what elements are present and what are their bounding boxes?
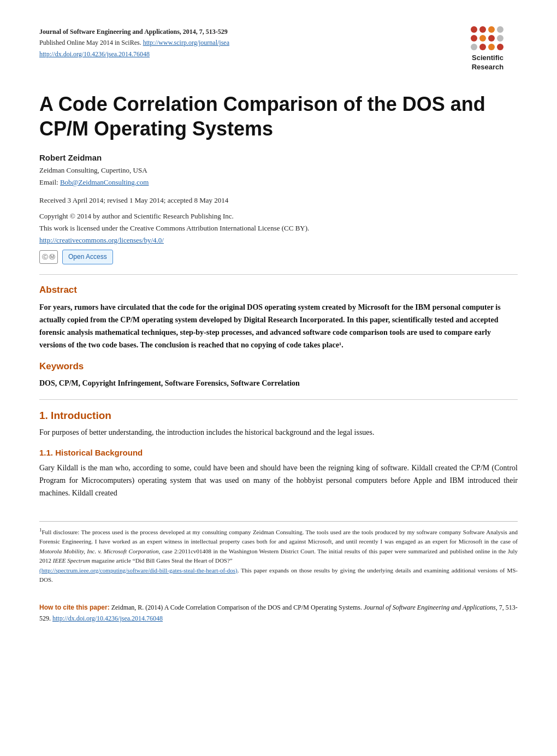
introduction-title: 1. Introduction: [39, 410, 518, 422]
footnote-divider: [39, 521, 518, 522]
journal-info: Journal of Software Engineering and Appl…: [39, 26, 229, 60]
paper-title-section: A Code Correlation Comparison of the DOS…: [39, 92, 518, 141]
abstract-title: Abstract: [39, 285, 518, 296]
logo-dot: [488, 35, 495, 42]
cite-label: How to cite this paper:: [39, 604, 110, 611]
publisher-name: Scientific Research: [472, 54, 504, 72]
logo-dot: [488, 44, 495, 50]
journal-link1[interactable]: http://www.scirp.org/journal/jsea: [143, 39, 229, 46]
logo-dots-grid: [471, 26, 505, 51]
logo-dot: [479, 26, 486, 33]
cite-italic: Journal of Software Engineering and Appl…: [364, 604, 496, 611]
introduction-section: 1. Introduction For purposes of better u…: [39, 410, 518, 439]
footnote-italic1: Motorola Mobility, Inc. v. Microsoft Cor…: [39, 548, 159, 554]
logo-dot: [479, 44, 486, 50]
author-affiliation: Zeidman Consulting, Cupertino, USA Email…: [39, 164, 518, 188]
copyright-line2: This work is licensed under the Creative…: [39, 222, 518, 234]
keywords-title: Keywords: [39, 361, 518, 372]
section-divider: [39, 274, 518, 275]
footnote-text: 1Full disclosure: The process used is th…: [39, 526, 518, 585]
logo-dot: [471, 35, 477, 42]
journal-citation-line: Journal of Software Engineering and Appl…: [39, 26, 229, 37]
logo-dot: [497, 35, 503, 42]
copyright-link: http://creativecommons.org/licenses/by/4…: [39, 234, 518, 246]
cite-section: How to cite this paper: Zeidman, R. (201…: [39, 598, 518, 624]
paper-title: A Code Correlation Comparison of the DOS…: [39, 92, 518, 141]
author-section: Robert Zeidman Zeidman Consulting, Cuper…: [39, 153, 518, 188]
logo-dot: [497, 26, 503, 33]
footnote-area: 1Full disclosure: The process used is th…: [39, 521, 518, 585]
logo-dot: [479, 35, 486, 42]
publisher-logo: Scientific Research: [458, 26, 518, 72]
keywords-text: DOS, CP/M, Copyright Infringement, Softw…: [39, 377, 518, 389]
historical-background-text: Gary Kildall is the man who, according t…: [39, 462, 518, 499]
footnote-italic2: IEEE Spectrum: [53, 557, 90, 564]
submission-dates: Received 3 April 2014; revised 1 May 201…: [39, 196, 518, 205]
section-divider-2: [39, 399, 518, 400]
journal-published-line: Published Online May 2014 in SciRes. htt…: [39, 37, 229, 48]
historical-background-title: 1.1. Historical Background: [39, 448, 518, 457]
copyright-section: Copyright © 2014 by author and Scientifi…: [39, 210, 518, 264]
cite-doi-link[interactable]: http://dx.doi.org/10.4236/jsea.2014.7604…: [52, 615, 163, 622]
introduction-text: For purposes of better understanding, th…: [39, 426, 518, 439]
cite-text-full: How to cite this paper: Zeidman, R. (201…: [39, 603, 518, 624]
logo-dot: [471, 44, 477, 50]
logo-dot: [488, 26, 495, 33]
journal-link2[interactable]: http://dx.doi.org/10.4236/jsea.2014.7604…: [39, 50, 150, 58]
page-header: Journal of Software Engineering and Appl…: [39, 26, 518, 72]
keywords-section: Keywords DOS, CP/M, Copyright Infringeme…: [39, 361, 518, 389]
copyright-line1: Copyright © 2014 by author and Scientifi…: [39, 210, 518, 222]
logo-dot: [471, 26, 477, 33]
author-email-link[interactable]: Bob@ZeidmanConsulting.com: [60, 178, 149, 186]
footnote-link[interactable]: (http://spectrum.ieee.org/computing/soft…: [39, 567, 238, 574]
journal-doi-line: http://dx.doi.org/10.4236/jsea.2014.7604…: [39, 49, 229, 60]
journal-citation-strong: Journal of Software Engineering and Appl…: [39, 28, 228, 36]
author-name: Robert Zeidman: [39, 153, 518, 162]
subsection-historical: 1.1. Historical Background Gary Kildall …: [39, 448, 518, 499]
abstract-section: Abstract For years, rumors have circulat…: [39, 285, 518, 351]
cc-link[interactable]: http://creativecommons.org/licenses/by/4…: [39, 236, 164, 244]
open-access-badge: Open Access: [62, 250, 113, 264]
abstract-text: For years, rumors have circulated that t…: [39, 301, 518, 351]
creative-commons-icon: Ⓒ Ⓜ: [39, 250, 58, 264]
logo-dot: [497, 44, 503, 50]
cc-badge-area: Ⓒ Ⓜ Open Access: [39, 250, 518, 264]
